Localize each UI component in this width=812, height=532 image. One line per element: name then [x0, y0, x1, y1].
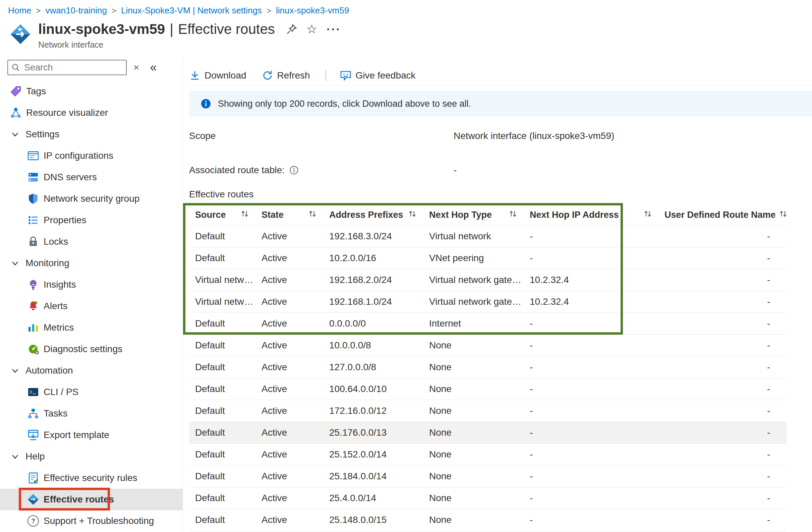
column-header-label: Next Hop Type — [429, 210, 492, 220]
sidebar-item-resource-visualizer[interactable]: Resource visualizer — [0, 102, 183, 124]
route-cell: 0.0.0.0/0 — [323, 318, 423, 329]
route-row: DefaultActive192.168.3.0/24Virtual netwo… — [189, 226, 786, 247]
sort-arrows-icon[interactable] — [408, 209, 417, 221]
route-row: DefaultActive25.4.0.0/14None-- — [189, 487, 786, 509]
routes-table-body: DefaultActive192.168.3.0/24Virtual netwo… — [189, 226, 786, 531]
route-cell: Virtual network gateway — [423, 296, 524, 307]
info-filled-icon — [201, 98, 218, 109]
sidebar-item-properties[interactable]: Properties — [0, 209, 183, 231]
pin-icon[interactable] — [286, 24, 297, 34]
search-input[interactable] — [24, 62, 123, 73]
section-title: Effective routes — [189, 189, 812, 200]
chevron-down-icon — [9, 364, 21, 377]
route-row: Virtual netwo...Active192.168.1.0/24Virt… — [189, 291, 786, 313]
diagnostic-settings-icon — [27, 343, 40, 355]
breadcrumb-current[interactable]: linux-spoke3-vm59 — [276, 5, 349, 16]
search-box[interactable] — [8, 60, 127, 75]
sort-arrows-icon[interactable] — [779, 209, 788, 221]
sidebar-item-network-security-group[interactable]: Network security group — [0, 188, 183, 209]
sidebar-group-monitoring[interactable]: Monitoring — [0, 252, 183, 274]
route-cell: Internet — [423, 318, 524, 329]
column-header-next-hop-ip-address[interactable]: Next Hop IP Address — [524, 209, 658, 221]
route-row: DefaultActive10.2.0.0/16VNet peering-- — [189, 247, 786, 269]
command-bar: Download Refresh Give feedback — [189, 66, 812, 85]
route-cell: - — [658, 362, 786, 373]
route-cell: None — [423, 471, 524, 482]
sidebar-item-dns-servers[interactable]: DNS servers — [0, 167, 183, 188]
more-options-icon[interactable]: ··· — [327, 23, 341, 36]
column-header-user-defined-route-name[interactable]: User Defined Route Name — [658, 209, 786, 221]
route-cell: Virtual network gateway — [423, 275, 524, 285]
sidebar-nav: Tags Resource visualizer Settings IP con… — [0, 81, 183, 532]
sidebar-item-insights[interactable]: Insights — [0, 274, 183, 295]
sort-arrows-icon[interactable] — [308, 209, 317, 221]
sidebar-item-cli-ps[interactable]: CLI / PS — [0, 381, 183, 403]
sort-arrows-icon[interactable] — [508, 209, 518, 221]
resource-name: linux-spoke3-vm59 — [38, 21, 165, 37]
route-row: DefaultActive25.148.0.0/15None-- — [189, 509, 786, 531]
download-button[interactable]: Download — [189, 70, 246, 81]
sidebar-item-tasks[interactable]: Tasks — [0, 403, 183, 424]
route-row: DefaultActive172.16.0.0/12None-- — [189, 400, 786, 422]
route-cell: 127.0.0.0/8 — [323, 362, 423, 373]
route-cell: - — [524, 427, 658, 438]
info-outline-icon[interactable] — [289, 166, 299, 175]
favorite-star-icon[interactable]: ☆ — [306, 23, 317, 35]
route-cell: 10.0.0.0/8 — [323, 340, 423, 351]
route-cell: Active — [256, 296, 323, 307]
breadcrumb-home[interactable]: Home — [8, 5, 31, 16]
breadcrumb-vwan10-training[interactable]: vwan10-training — [45, 5, 107, 16]
associated-route-table-label: Associated route table: — [189, 165, 285, 176]
sidebar-item-tags[interactable]: Tags — [0, 81, 183, 102]
route-cell: 25.148.0.0/15 — [323, 515, 423, 525]
route-cell: 25.176.0.0/13 — [323, 427, 423, 438]
sidebar-item-effective-routes[interactable]: Effective routes — [0, 489, 183, 510]
column-header-source[interactable]: Source — [189, 209, 256, 221]
route-cell: - — [658, 253, 786, 264]
refresh-icon — [262, 70, 277, 81]
route-cell: Active — [256, 362, 323, 373]
sidebar-item-locks[interactable]: Locks — [0, 231, 183, 252]
route-cell: - — [658, 275, 786, 285]
breadcrumb-network-settings[interactable]: Linux-Spoke3-VM | Network settings — [121, 5, 262, 16]
sidebar-item-support-troubleshooting[interactable]: ? Support + Troubleshooting — [0, 510, 183, 532]
route-cell: 100.64.0.0/10 — [323, 384, 423, 394]
blade-name: Effective routes — [178, 21, 275, 37]
route-cell: Default — [189, 318, 256, 329]
route-cell: - — [658, 427, 786, 438]
route-cell: - — [524, 405, 658, 416]
search-clear-icon[interactable]: × — [133, 62, 140, 72]
column-header-address-prefixes[interactable]: Address Prefixes — [323, 209, 423, 221]
give-feedback-button[interactable]: Give feedback — [339, 69, 416, 82]
download-icon — [189, 70, 204, 81]
header-text: linux-spoke3-vm59 | Effective routes ☆ ·… — [38, 21, 341, 50]
sidebar-item-diagnostic-settings[interactable]: Diagnostic settings — [0, 338, 183, 360]
sidebar-group-settings[interactable]: Settings — [0, 124, 183, 145]
sidebar-item-alerts[interactable]: Alerts — [0, 295, 183, 317]
route-cell: Active — [256, 253, 323, 264]
sort-arrows-icon[interactable] — [643, 209, 652, 221]
route-cell: - — [658, 405, 786, 416]
column-header-next-hop-type[interactable]: Next Hop Type — [423, 209, 524, 221]
refresh-button[interactable]: Refresh — [262, 70, 310, 81]
route-cell: None — [423, 384, 524, 394]
sidebar-item-export-template[interactable]: Export template — [0, 424, 183, 446]
sidebar-item-effective-security-rules[interactable]: Effective security rules — [0, 467, 183, 489]
route-cell: 25.4.0.0/14 — [323, 493, 423, 503]
route-cell: Default — [189, 493, 256, 503]
breadcrumb-separator: > — [112, 6, 116, 15]
sidebar-group-help[interactable]: Help — [0, 446, 183, 467]
chevron-down-icon — [9, 257, 21, 269]
sidebar-group-automation[interactable]: Automation — [0, 360, 183, 381]
column-header-state[interactable]: State — [256, 209, 323, 221]
route-cell: - — [524, 515, 658, 525]
route-cell: Active — [256, 275, 323, 285]
route-cell: Default — [189, 449, 256, 460]
route-cell: - — [524, 449, 658, 460]
collapse-menu-icon[interactable]: « — [150, 61, 157, 73]
routes-table-header: SourceStateAddress PrefixesNext Hop Type… — [189, 205, 786, 226]
sidebar-item-metrics[interactable]: Metrics — [0, 317, 183, 338]
toolbar-divider — [325, 70, 326, 81]
sidebar-item-ip-configurations[interactable]: IP configurations — [0, 145, 183, 167]
sort-arrows-icon[interactable] — [240, 209, 249, 221]
